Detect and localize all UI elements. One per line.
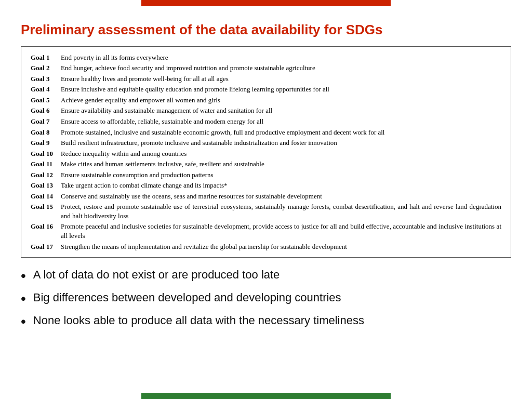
goal-label: Goal 3: [29, 73, 59, 84]
bottom-green-bar: [141, 393, 391, 399]
main-content: Preliminary assessment of the data avail…: [21, 10, 511, 389]
goal-label: Goal 17: [29, 241, 59, 252]
table-row: Goal 1End poverty in all its forms every…: [29, 52, 503, 63]
goal-label: Goal 6: [29, 105, 59, 116]
goal-text: Reduce inequality within and among count…: [59, 148, 503, 159]
goal-text: Ensure access to affordable, reliable, s…: [59, 116, 503, 127]
table-row: Goal 14Conserve and sustainably use the …: [29, 191, 503, 202]
bullet-dot-icon: •: [21, 265, 26, 286]
goal-text: End hunger, achieve food security and im…: [59, 63, 503, 74]
list-item: •A lot of data do not exist or are produ…: [21, 267, 511, 286]
table-row: Goal 3Ensure healthy lives and promote w…: [29, 73, 503, 84]
bullet-dot-icon: •: [21, 311, 26, 331]
sdg-table: Goal 1End poverty in all its forms every…: [29, 52, 503, 251]
goal-text: End poverty in all its forms everywhere: [59, 52, 503, 63]
sdg-table-wrapper: Goal 1End poverty in all its forms every…: [21, 46, 511, 257]
goal-text: Promote peaceful and inclusive societies…: [59, 221, 503, 241]
goal-label: Goal 16: [29, 221, 59, 241]
table-row: Goal 8Promote sustained, inclusive and s…: [29, 127, 503, 138]
goal-label: Goal 13: [29, 180, 59, 191]
bullet-text: Big differences between developed and de…: [33, 290, 341, 306]
table-row: Goal 6Ensure availability and sustainabl…: [29, 105, 503, 116]
table-row: Goal 16Promote peaceful and inclusive so…: [29, 221, 503, 241]
table-row: Goal 4Ensure inclusive and equitable qua…: [29, 84, 503, 95]
goal-text: Strengthen the means of implementation a…: [59, 241, 503, 252]
table-row: Goal 15Protect, restore and promote sust…: [29, 202, 503, 221]
table-row: Goal 11Make cities and human settlements…: [29, 159, 503, 170]
goal-label: Goal 7: [29, 116, 59, 127]
goal-label: Goal 9: [29, 138, 59, 149]
goal-text: Protect, restore and promote sustainable…: [59, 202, 503, 221]
goal-label: Goal 4: [29, 84, 59, 95]
list-item: •Big differences between developed and d…: [21, 290, 511, 309]
table-row: Goal 17Strengthen the means of implement…: [29, 241, 503, 252]
page-title: Preliminary assessment of the data avail…: [21, 22, 511, 38]
goal-label: Goal 2: [29, 63, 59, 74]
goal-label: Goal 5: [29, 95, 59, 105]
goal-label: Goal 8: [29, 127, 59, 138]
bullet-text: A lot of data do not exist or are produc…: [33, 267, 280, 283]
goal-label: Goal 1: [29, 52, 59, 63]
goal-text: Promote sustained, inclusive and sustain…: [59, 127, 503, 138]
goal-label: Goal 11: [29, 159, 59, 170]
bullet-dot-icon: •: [21, 288, 26, 309]
bullet-list: •A lot of data do not exist or are produ…: [21, 267, 511, 332]
goal-label: Goal 15: [29, 202, 59, 221]
goal-text: Ensure healthy lives and promote well-be…: [59, 73, 503, 84]
goal-text: Conserve and sustainably use the oceans,…: [59, 191, 503, 202]
table-row: Goal 7Ensure access to affordable, relia…: [29, 116, 503, 127]
table-row: Goal 10Reduce inequality within and amon…: [29, 148, 503, 159]
goal-text: Make cities and human settlements inclus…: [59, 159, 503, 170]
list-item: •None looks able to produce all data wit…: [21, 313, 511, 331]
goal-text: Build resilient infrastructure, promote …: [59, 138, 503, 149]
table-row: Goal 12Ensure sustainable consumption an…: [29, 169, 503, 180]
table-row: Goal 13Take urgent action to combat clim…: [29, 180, 503, 191]
goal-text: Ensure sustainable consumption and produ…: [59, 169, 503, 180]
goal-text: Ensure availability and sustainable mana…: [59, 105, 503, 116]
table-row: Goal 9Build resilient infrastructure, pr…: [29, 138, 503, 149]
goal-text: Ensure inclusive and equitable quality e…: [59, 84, 503, 95]
goal-text: Take urgent action to combat climate cha…: [59, 180, 503, 191]
goal-label: Goal 14: [29, 191, 59, 202]
table-row: Goal 5Achieve gender equality and empowe…: [29, 95, 503, 105]
table-row: Goal 2End hunger, achieve food security …: [29, 63, 503, 74]
goal-text: Achieve gender equality and empower all …: [59, 95, 503, 105]
goal-label: Goal 10: [29, 148, 59, 159]
goal-label: Goal 12: [29, 169, 59, 180]
top-red-bar: [141, 0, 391, 6]
bullet-text: None looks able to produce all data with…: [33, 313, 364, 329]
